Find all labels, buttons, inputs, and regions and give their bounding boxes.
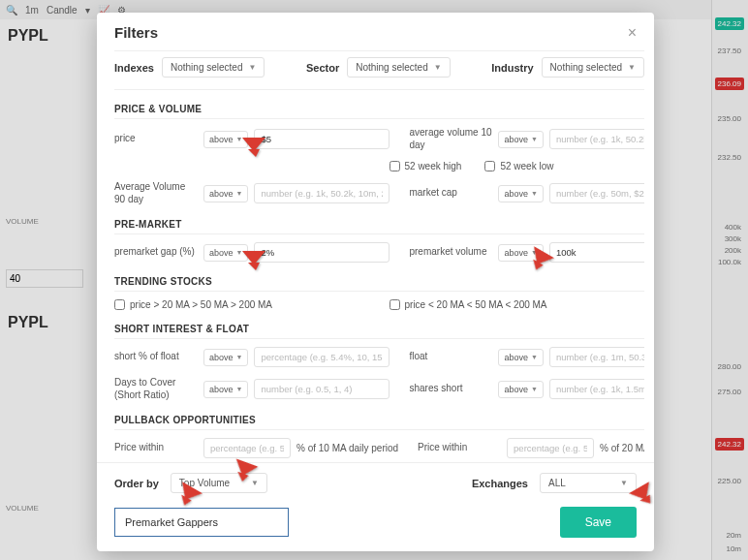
float-input[interactable] [549,347,644,367]
avg-vol-10-input[interactable] [549,129,644,149]
float-label: float [409,351,492,363]
avg-vol-90-input[interactable] [254,183,390,203]
avg-vol-90-op[interactable]: above▼ [203,185,248,202]
price-label: price [114,133,198,145]
short-pct-input[interactable] [254,347,390,367]
price-within-10-input[interactable] [203,438,291,458]
pm-vol-input[interactable] [549,242,644,263]
avg-vol-10-label: average volume 10 day [409,127,492,151]
section-short-interest: SHORT INTEREST & FLOAT [114,324,644,339]
exchanges-label: Exchanges [472,478,528,489]
pm-gap-label: premarket gap (%) [114,246,198,259]
modal-footer: Order by Top Volume▼ Exchanges ALL▼ Save [97,462,654,551]
price-input[interactable] [254,129,390,149]
market-cap-label: market cap [409,187,492,200]
section-pullback: PULLBACK OPPORTUNITIES [114,415,644,430]
modal-title: Filters [114,24,158,41]
close-icon[interactable]: × [628,25,637,41]
avg-vol-90-label: Average Volume 90 day [114,181,198,205]
category-selectors-row: Indexes Nothing selected▼ Sector Nothing… [114,50,644,90]
52wk-low-checkbox[interactable]: 52 week low [484,161,553,171]
exchanges-dropdown[interactable]: ALL▼ [540,473,637,493]
shares-short-label: shares short [409,383,492,395]
industry-label: Industry [491,62,533,74]
pm-vol-label: premarket volume [409,246,492,259]
section-price-volume: PRICE & VOLUME [114,104,644,119]
indexes-dropdown[interactable]: Nothing selected▼ [162,57,265,78]
price-within-20-input[interactable] [507,438,594,458]
order-by-label: Order by [114,478,159,489]
pm-gap-op[interactable]: above▼ [203,244,248,262]
sector-dropdown[interactable]: Nothing selected▼ [347,57,450,78]
trend-down-checkbox[interactable]: price < 20 MA < 50 MA < 200 MA [390,299,547,310]
short-pct-op[interactable]: above▼ [203,349,248,366]
price-within-20-label: Price within [418,442,501,454]
save-button[interactable]: Save [560,507,637,538]
trend-up-checkbox[interactable]: price > 20 MA > 50 MA > 200 MA [114,299,272,310]
filters-modal: Filters × Indexes Nothing selected▼ Sect… [97,13,654,551]
filter-name-input[interactable] [114,508,289,537]
pm-gap-input[interactable] [254,242,390,263]
float-op[interactable]: above▼ [498,349,543,366]
filters-scroll-area[interactable]: Indexes Nothing selected▼ Sector Nothing… [114,50,644,462]
of-10ma-text: % of 10 MA daily period [296,443,398,453]
market-cap-input[interactable] [549,183,644,203]
avg-vol-10-op[interactable]: above▼ [498,131,543,148]
section-pre-market: PRE-MARKET [114,219,644,234]
short-pct-label: short % of float [114,351,198,363]
order-by-dropdown[interactable]: Top Volume▼ [171,473,267,493]
of-20ma-text: % of 20 MA daily period [600,443,644,453]
section-trending: TRENDING STOCKS [114,276,644,292]
industry-dropdown[interactable]: Nothing selected▼ [542,57,644,78]
dtc-label: Days to Cover (Short Ratio) [114,377,198,401]
pm-vol-op[interactable]: above▼ [498,244,543,262]
shares-short-op[interactable]: above▼ [498,381,543,398]
dtc-op[interactable]: above▼ [203,381,248,398]
sector-label: Sector [306,62,339,74]
market-cap-op[interactable]: above▼ [498,185,543,202]
price-within-10-label: Price within [114,442,198,454]
price-op[interactable]: above▼ [203,131,248,148]
52wk-high-checkbox[interactable]: 52 week high [390,161,462,171]
dtc-input[interactable] [254,379,390,399]
shares-short-input[interactable] [549,379,644,399]
indexes-label: Indexes [114,62,154,74]
